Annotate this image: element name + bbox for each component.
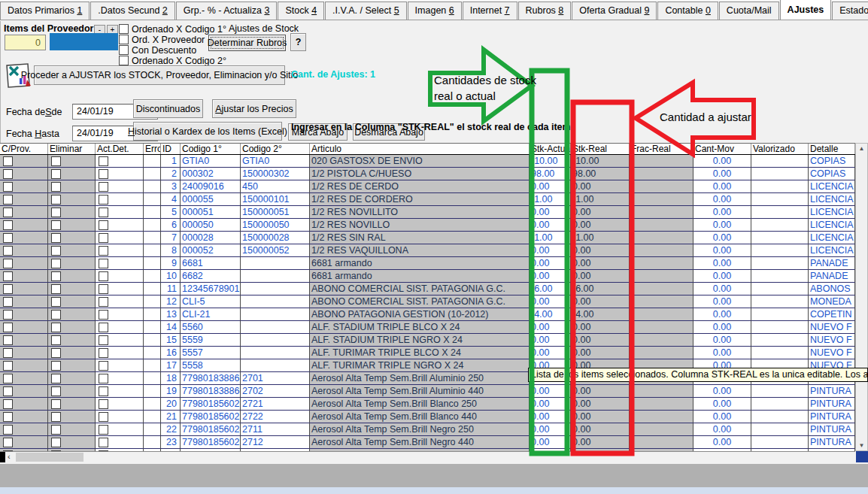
discontinuados-button[interactable]: Discontinuados <box>133 99 203 118</box>
cprov-checkbox[interactable] <box>3 220 13 230</box>
proceder-ajustar-button[interactable]: Proceder a AJUSTAR los STOCK, Proveedor,… <box>34 65 285 85</box>
actdet-checkbox[interactable] <box>99 348 108 358</box>
tab-i-v-a-select-5[interactable]: .I.V.A. / Select 5 <box>325 2 406 20</box>
items-count-field[interactable]: 0 <box>5 35 46 50</box>
tab-datos-secund-2[interactable]: .Datos Secund 2 <box>90 2 175 20</box>
actdet-checkbox[interactable] <box>99 386 108 396</box>
eliminar-checkbox[interactable] <box>51 386 61 396</box>
stk-real-cell[interactable]: 0.00 <box>571 180 630 193</box>
actdet-checkbox[interactable] <box>99 335 108 345</box>
eliminar-checkbox[interactable] <box>51 348 61 358</box>
tab-stock-4[interactable]: Stock 4 <box>278 2 324 20</box>
tab-contable-0[interactable]: Contable 0 <box>657 2 718 20</box>
eliminar-checkbox[interactable] <box>51 195 61 205</box>
eliminar-checkbox[interactable] <box>51 246 61 256</box>
eliminar-checkbox[interactable] <box>51 361 61 371</box>
tab-oferta-gradual-9[interactable]: Oferta Gradual 9 <box>572 2 657 20</box>
stk-real-cell[interactable]: 0.00 <box>571 321 630 334</box>
actdet-checkbox[interactable] <box>99 297 108 307</box>
actdet-checkbox[interactable] <box>99 271 108 281</box>
eliminar-checkbox[interactable] <box>51 259 61 268</box>
tab-ajustes[interactable]: AJustes <box>780 0 832 20</box>
cprov-checkbox[interactable] <box>3 259 13 268</box>
scroll-down-icon[interactable]: ▼ <box>856 442 867 449</box>
cprov-checkbox[interactable] <box>3 297 13 307</box>
checkbox-con-descuento[interactable] <box>119 45 129 55</box>
tab-rubros-8[interactable]: Rubros 8 <box>518 2 572 20</box>
cprov-checkbox[interactable] <box>3 335 13 345</box>
eliminar-checkbox[interactable] <box>51 182 61 192</box>
actdet-checkbox[interactable] <box>99 374 108 383</box>
stk-real-cell[interactable]: 0.00 <box>571 334 630 347</box>
tab-imagen-6[interactable]: Imagen 6 <box>408 2 462 20</box>
scroll-up-icon[interactable]: ▲ <box>856 145 867 152</box>
actdet-checkbox[interactable] <box>99 323 108 332</box>
cprov-checkbox[interactable] <box>3 233 13 243</box>
scroll-left-icon[interactable]: ‹ <box>8 452 11 461</box>
cprov-checkbox[interactable] <box>3 271 13 281</box>
cprov-checkbox[interactable] <box>3 438 13 447</box>
determinar-rubros-button[interactable]: Determinar Rubros <box>208 35 286 51</box>
cprov-checkbox[interactable] <box>3 246 13 256</box>
actdet-checkbox[interactable] <box>99 195 108 205</box>
checkbox-ordenado-codigo2[interactable] <box>119 56 129 65</box>
actdet-checkbox[interactable] <box>99 310 108 320</box>
cprov-checkbox[interactable] <box>3 412 13 422</box>
actdet-checkbox[interactable] <box>99 169 108 179</box>
eliminar-checkbox[interactable] <box>51 438 61 447</box>
eliminar-checkbox[interactable] <box>51 156 61 166</box>
eliminar-checkbox[interactable] <box>51 425 61 435</box>
cprov-checkbox[interactable] <box>3 323 13 332</box>
actdet-checkbox[interactable] <box>99 284 108 294</box>
stk-real-cell[interactable]: -6.00 <box>571 283 630 295</box>
stk-real-cell[interactable]: 0.00 <box>571 423 630 436</box>
stk-real-cell[interactable]: 0.00 <box>571 436 630 449</box>
stk-real-cell[interactable]: 0.00 <box>571 411 630 423</box>
actdet-checkbox[interactable] <box>99 412 108 422</box>
stk-real-cell[interactable]: 0.00 <box>571 385 630 398</box>
stk-real-cell[interactable]: -1.00 <box>571 193 630 206</box>
actdet-checkbox[interactable] <box>99 233 108 243</box>
help-button[interactable]: ? <box>290 33 306 51</box>
stk-real-cell[interactable]: 0.00 <box>571 270 630 283</box>
eliminar-checkbox[interactable] <box>51 208 61 217</box>
cprov-checkbox[interactable] <box>3 284 13 294</box>
ajustar-precios-button[interactable]: Ajustar los Precios <box>212 99 296 118</box>
actdet-checkbox[interactable] <box>99 438 108 447</box>
actdet-checkbox[interactable] <box>99 220 108 230</box>
cprov-checkbox[interactable] <box>3 399 13 409</box>
eliminar-checkbox[interactable] <box>51 374 61 383</box>
tab-internet-7[interactable]: Internet 7 <box>463 2 517 20</box>
eliminar-checkbox[interactable] <box>51 335 61 345</box>
cprov-checkbox[interactable] <box>3 425 13 435</box>
stk-real-cell[interactable]: 0.00 <box>571 219 630 232</box>
cprov-checkbox[interactable] <box>3 182 13 192</box>
checkbox-ord-proveedor[interactable] <box>119 35 129 44</box>
cprov-checkbox[interactable] <box>3 386 13 396</box>
stk-real-cell[interactable]: 0.00 <box>571 295 630 308</box>
stk-real-cell[interactable]: 0.00 <box>571 347 630 359</box>
eliminar-checkbox[interactable] <box>51 323 61 332</box>
eliminar-checkbox[interactable] <box>51 233 61 243</box>
stk-real-cell[interactable]: -10.00 <box>571 155 630 168</box>
historial-kardex-button[interactable]: Historial o Kardex de los Items (Excel) <box>133 122 282 141</box>
stk-real-cell[interactable]: 0.00 <box>571 244 630 257</box>
cprov-checkbox[interactable] <box>3 374 13 383</box>
eliminar-checkbox[interactable] <box>51 284 61 294</box>
actdet-checkbox[interactable] <box>99 259 108 268</box>
cprov-checkbox[interactable] <box>3 169 13 179</box>
cprov-checkbox[interactable] <box>3 361 13 371</box>
actdet-checkbox[interactable] <box>99 361 108 371</box>
eliminar-checkbox[interactable] <box>51 310 61 320</box>
stk-real-cell[interactable]: 0.00 <box>571 206 630 219</box>
actdet-checkbox[interactable] <box>99 156 108 166</box>
tab-cuota-mail[interactable]: Cuota/Mail <box>719 2 779 20</box>
checkbox-ordenado-codigo1[interactable] <box>119 24 129 34</box>
cprov-checkbox[interactable] <box>3 156 13 166</box>
horizontal-scroll-thumb[interactable] <box>16 453 83 462</box>
actdet-checkbox[interactable] <box>99 208 108 217</box>
stk-real-cell[interactable]: 0.00 <box>571 398 630 411</box>
cprov-checkbox[interactable] <box>3 348 13 358</box>
eliminar-checkbox[interactable] <box>51 220 61 230</box>
cprov-checkbox[interactable] <box>3 310 13 320</box>
